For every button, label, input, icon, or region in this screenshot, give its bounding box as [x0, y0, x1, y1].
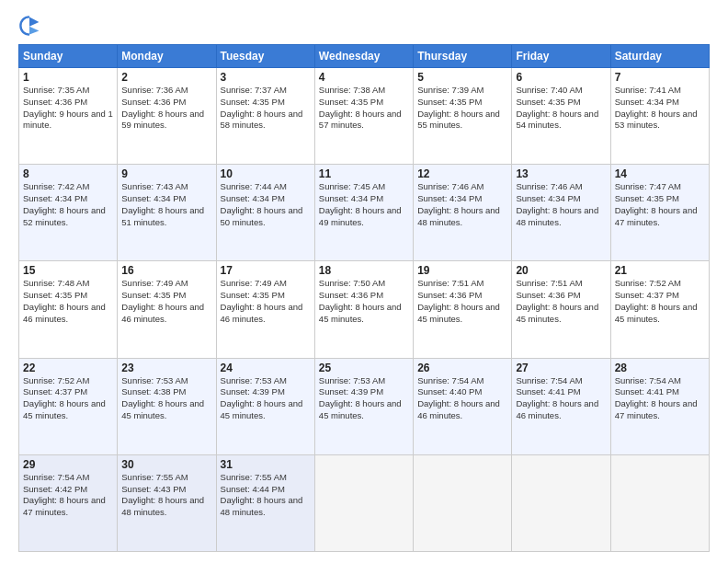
day-info: Sunrise: 7:53 AMSunset: 4:39 PMDaylight:…	[319, 375, 402, 420]
day-info: Sunrise: 7:43 AMSunset: 4:34 PMDaylight:…	[121, 181, 204, 226]
day-number: 16	[121, 264, 211, 277]
day-info: Sunrise: 7:39 AMSunset: 4:35 PMDaylight:…	[417, 85, 500, 130]
day-info: Sunrise: 7:44 AMSunset: 4:34 PMDaylight:…	[221, 181, 303, 226]
calendar-cell: 17 Sunrise: 7:49 AMSunset: 4:35 PMDaylig…	[216, 261, 314, 358]
day-number: 30	[121, 458, 211, 471]
day-number: 24	[221, 362, 311, 374]
calendar-cell: 11 Sunrise: 7:45 AMSunset: 4:34 PMDaylig…	[314, 165, 413, 261]
day-number: 8	[23, 167, 113, 180]
day-number: 7	[615, 71, 705, 84]
day-info: Sunrise: 7:55 AMSunset: 4:43 PMDaylight:…	[121, 472, 204, 517]
header	[18, 15, 710, 37]
day-info: Sunrise: 7:52 AMSunset: 4:37 PMDaylight:…	[23, 375, 106, 420]
day-number: 1	[23, 71, 113, 84]
day-info: Sunrise: 7:47 AMSunset: 4:35 PMDaylight:…	[615, 181, 698, 226]
day-info: Sunrise: 7:51 AMSunset: 4:36 PMDaylight:…	[417, 278, 500, 323]
day-info: Sunrise: 7:51 AMSunset: 4:36 PMDaylight:…	[516, 278, 598, 323]
day-number: 27	[516, 362, 606, 374]
calendar-cell: 22 Sunrise: 7:52 AMSunset: 4:37 PMDaylig…	[19, 358, 118, 454]
calendar-table: SundayMondayTuesdayWednesdayThursdayFrid…	[18, 44, 710, 552]
day-number: 10	[221, 167, 311, 180]
weekday-header-friday: Friday	[512, 45, 610, 68]
day-info: Sunrise: 7:35 AMSunset: 4:36 PMDaylight:…	[23, 85, 113, 130]
day-number: 3	[221, 71, 311, 84]
day-number: 19	[417, 264, 507, 277]
day-number: 20	[516, 264, 606, 277]
day-info: Sunrise: 7:45 AMSunset: 4:34 PMDaylight:…	[319, 181, 402, 226]
day-number: 25	[319, 362, 409, 374]
day-number: 15	[23, 264, 113, 277]
day-info: Sunrise: 7:36 AMSunset: 4:36 PMDaylight:…	[121, 85, 204, 130]
day-number: 4	[319, 71, 409, 84]
calendar-cell: 2 Sunrise: 7:36 AMSunset: 4:36 PMDayligh…	[118, 68, 216, 165]
calendar-cell: 9 Sunrise: 7:43 AMSunset: 4:34 PMDayligh…	[118, 165, 216, 261]
weekday-header-saturday: Saturday	[610, 45, 709, 68]
day-info: Sunrise: 7:54 AMSunset: 4:41 PMDaylight:…	[615, 375, 698, 420]
calendar-cell: 7 Sunrise: 7:41 AMSunset: 4:34 PMDayligh…	[610, 68, 709, 165]
day-info: Sunrise: 7:50 AMSunset: 4:36 PMDaylight:…	[319, 278, 402, 323]
day-info: Sunrise: 7:40 AMSunset: 4:35 PMDaylight:…	[516, 85, 598, 130]
calendar-cell: 1 Sunrise: 7:35 AMSunset: 4:36 PMDayligh…	[19, 68, 118, 165]
calendar-cell	[414, 454, 512, 551]
day-number: 31	[221, 458, 311, 471]
day-number: 29	[23, 458, 113, 471]
calendar-cell: 20 Sunrise: 7:51 AMSunset: 4:36 PMDaylig…	[512, 261, 610, 358]
calendar-cell: 25 Sunrise: 7:53 AMSunset: 4:39 PMDaylig…	[314, 358, 413, 454]
day-number: 12	[417, 167, 507, 180]
day-number: 22	[23, 362, 113, 374]
day-number: 21	[615, 264, 705, 277]
calendar-cell: 31 Sunrise: 7:55 AMSunset: 4:44 PMDaylig…	[216, 454, 314, 551]
calendar-cell: 14 Sunrise: 7:47 AMSunset: 4:35 PMDaylig…	[610, 165, 709, 261]
calendar-cell: 13 Sunrise: 7:46 AMSunset: 4:34 PMDaylig…	[512, 165, 610, 261]
day-info: Sunrise: 7:42 AMSunset: 4:34 PMDaylight:…	[23, 181, 106, 226]
page: SundayMondayTuesdayWednesdayThursdayFrid…	[0, 0, 728, 563]
logo	[18, 15, 44, 37]
logo-icon	[18, 15, 40, 37]
day-info: Sunrise: 7:54 AMSunset: 4:40 PMDaylight:…	[417, 375, 500, 420]
weekday-header-row: SundayMondayTuesdayWednesdayThursdayFrid…	[19, 45, 710, 68]
day-info: Sunrise: 7:49 AMSunset: 4:35 PMDaylight:…	[221, 278, 303, 323]
day-number: 26	[417, 362, 507, 374]
day-info: Sunrise: 7:48 AMSunset: 4:35 PMDaylight:…	[23, 278, 106, 323]
day-number: 11	[319, 167, 409, 180]
day-info: Sunrise: 7:38 AMSunset: 4:35 PMDaylight:…	[319, 85, 402, 130]
weekday-header-thursday: Thursday	[414, 45, 512, 68]
day-info: Sunrise: 7:49 AMSunset: 4:35 PMDaylight:…	[121, 278, 204, 323]
calendar-cell: 27 Sunrise: 7:54 AMSunset: 4:41 PMDaylig…	[512, 358, 610, 454]
calendar-cell: 5 Sunrise: 7:39 AMSunset: 4:35 PMDayligh…	[414, 68, 512, 165]
day-number: 23	[121, 362, 211, 374]
day-number: 9	[121, 167, 211, 180]
day-number: 6	[516, 71, 606, 84]
calendar-cell: 19 Sunrise: 7:51 AMSunset: 4:36 PMDaylig…	[414, 261, 512, 358]
calendar-week-4: 22 Sunrise: 7:52 AMSunset: 4:37 PMDaylig…	[19, 358, 710, 454]
weekday-header-tuesday: Tuesday	[216, 45, 314, 68]
day-info: Sunrise: 7:53 AMSunset: 4:39 PMDaylight:…	[221, 375, 303, 420]
day-number: 17	[221, 264, 311, 277]
weekday-header-wednesday: Wednesday	[314, 45, 413, 68]
day-number: 2	[121, 71, 211, 84]
calendar-cell: 16 Sunrise: 7:49 AMSunset: 4:35 PMDaylig…	[118, 261, 216, 358]
calendar-cell: 26 Sunrise: 7:54 AMSunset: 4:40 PMDaylig…	[414, 358, 512, 454]
calendar-cell: 4 Sunrise: 7:38 AMSunset: 4:35 PMDayligh…	[314, 68, 413, 165]
day-number: 5	[417, 71, 507, 84]
calendar-cell: 15 Sunrise: 7:48 AMSunset: 4:35 PMDaylig…	[19, 261, 118, 358]
calendar-cell: 3 Sunrise: 7:37 AMSunset: 4:35 PMDayligh…	[216, 68, 314, 165]
day-info: Sunrise: 7:37 AMSunset: 4:35 PMDaylight:…	[221, 85, 303, 130]
calendar-cell	[512, 454, 610, 551]
calendar-cell	[610, 454, 709, 551]
day-number: 28	[615, 362, 705, 374]
day-info: Sunrise: 7:55 AMSunset: 4:44 PMDaylight:…	[221, 472, 303, 517]
calendar-cell	[314, 454, 413, 551]
day-number: 13	[516, 167, 606, 180]
day-info: Sunrise: 7:54 AMSunset: 4:42 PMDaylight:…	[23, 472, 106, 517]
weekday-header-sunday: Sunday	[19, 45, 118, 68]
calendar-week-3: 15 Sunrise: 7:48 AMSunset: 4:35 PMDaylig…	[19, 261, 710, 358]
day-info: Sunrise: 7:53 AMSunset: 4:38 PMDaylight:…	[121, 375, 204, 420]
day-number: 14	[615, 167, 705, 180]
calendar-cell: 6 Sunrise: 7:40 AMSunset: 4:35 PMDayligh…	[512, 68, 610, 165]
calendar-week-5: 29 Sunrise: 7:54 AMSunset: 4:42 PMDaylig…	[19, 454, 710, 551]
day-number: 18	[319, 264, 409, 277]
day-info: Sunrise: 7:46 AMSunset: 4:34 PMDaylight:…	[516, 181, 598, 226]
calendar-cell: 29 Sunrise: 7:54 AMSunset: 4:42 PMDaylig…	[19, 454, 118, 551]
calendar-cell: 24 Sunrise: 7:53 AMSunset: 4:39 PMDaylig…	[216, 358, 314, 454]
